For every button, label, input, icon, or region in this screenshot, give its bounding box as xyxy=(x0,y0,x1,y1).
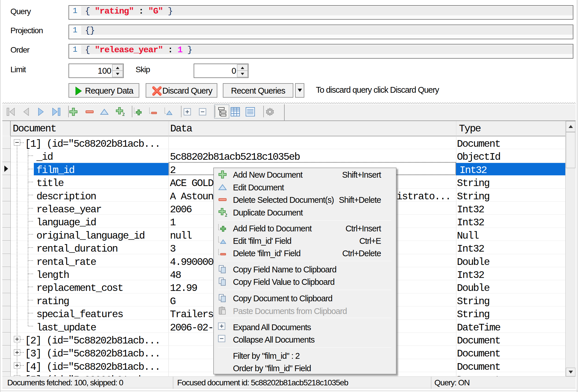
svg-text:2: 2 xyxy=(122,112,125,117)
svg-text:2: 2 xyxy=(225,212,227,218)
